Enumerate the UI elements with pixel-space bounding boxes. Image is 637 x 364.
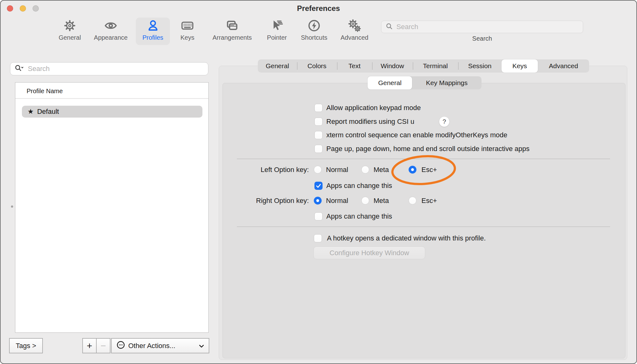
tags-button[interactable]: Tags > [9,338,43,353]
profile-list-header: Profile Name [27,88,63,95]
checkbox-application-keypad[interactable] [314,104,323,112]
chevron-down-icon [199,342,204,350]
ellipsis-circle-icon [116,340,125,351]
toolbar-item-keys[interactable]: Keys [175,18,200,45]
toolbar-label: Shortcuts [301,34,327,41]
gear-icon [63,18,76,34]
tab-text[interactable]: Text [337,59,372,73]
toolbar-label: Keys [181,34,194,41]
toolbar-label: Arrangements [212,34,252,41]
person-icon [146,18,160,34]
right-option-key-label: Right Option key: [220,197,309,205]
profile-search-field[interactable] [10,62,208,75]
checkbox-left-apps-can-change[interactable] [314,182,323,190]
toolbar-item-shortcuts[interactable]: Shortcuts [295,18,333,45]
toolbar-label: General [59,34,81,41]
toolbar-item-profiles[interactable]: Profiles [136,18,170,45]
checkbox-label: Page up, page down, home and end scroll … [326,145,529,153]
keys-subtabbar: General Key Mappings [368,76,482,89]
profile-search-input[interactable] [27,64,190,73]
separator [237,226,610,227]
checkbox-label: A hotkey opens a dedicated window with t… [327,234,486,242]
checkbox-csi-u[interactable] [314,118,323,126]
minus-icon: − [100,341,106,351]
radio-right-normal[interactable] [314,197,322,205]
checkbox-hotkey-window[interactable] [314,234,322,242]
remove-profile-button[interactable]: − [96,338,110,353]
checkbox-right-apps-can-change[interactable] [314,212,323,220]
radio-label: Esc+ [421,166,437,174]
subtab-key-mappings[interactable]: Key Mappings [412,76,482,89]
cursor-icon [270,18,283,34]
eye-icon [104,18,117,34]
plus-icon: + [87,341,92,351]
toolbar-search-input[interactable] [396,23,571,31]
tab-session[interactable]: Session [458,59,502,73]
star-icon: ★ [28,108,34,116]
separator [237,159,610,159]
radio-left-esc[interactable] [409,166,416,174]
checkbox-label: Allow application keypad mode [326,104,421,112]
divider [15,98,208,99]
profile-list: Profile Name ★ Default [15,82,209,333]
checkbox-label: Apps can change this [326,212,392,220]
checkbox-label: xterm control sequence can enable modify… [326,131,507,139]
tab-colors[interactable]: Colors [297,59,337,73]
preferences-window: Preferences General Appearance [0,0,637,364]
lightning-icon [308,18,321,34]
radio-left-normal[interactable] [314,166,322,174]
toolbar-label: Profiles [142,34,163,41]
gears-icon [348,18,361,34]
left-option-key-label: Left Option key: [220,166,309,174]
tab-advanced[interactable]: Advanced [538,59,589,73]
help-button[interactable]: ? [439,116,450,127]
radio-label: Meta [374,197,389,205]
radio-right-meta[interactable] [361,197,369,205]
toolbar-item-appearance[interactable]: Appearance [90,18,131,45]
tab-window[interactable]: Window [372,59,413,73]
checkbox-label: Report modifiers using CSI u [326,118,414,126]
toolbar-label: Pointer [267,34,287,41]
search-menu-icon [14,64,25,73]
checkbox-scroll-outside-apps[interactable] [314,145,323,153]
tab-general[interactable]: General [258,59,297,73]
radio-label: Normal [326,197,348,205]
windows-icon [225,18,239,34]
radio-right-esc[interactable] [409,197,416,205]
checkbox-modify-other-keys[interactable] [314,131,323,139]
toolbar-label: Appearance [94,34,128,41]
subtab-general[interactable]: General [368,76,412,89]
search-icon [385,22,393,32]
other-actions-label: Other Actions... [128,342,175,350]
edge-dot-artifact [11,205,13,208]
toolbar-search-field[interactable] [381,21,583,33]
toolbar-item-pointer[interactable]: Pointer [261,18,293,45]
other-actions-dropdown[interactable]: Other Actions... [111,338,209,353]
toolbar-item-general[interactable]: General [54,18,85,45]
configure-hotkey-window-button[interactable]: Configure Hotkey Window [313,246,425,259]
window-title: Preferences [1,4,636,13]
toolbar-item-arrangements[interactable]: Arrangements [207,18,257,45]
toolbar-item-advanced[interactable]: Advanced [336,18,373,45]
radio-label: Esc+ [421,197,437,205]
radio-label: Meta [374,166,389,174]
toolbar-search-caption: Search [381,35,583,42]
profile-row-default[interactable]: ★ Default [22,106,202,118]
add-profile-button[interactable]: + [82,338,97,353]
toolbar-label: Advanced [341,34,369,41]
keys-general-panel [222,83,625,358]
tab-terminal[interactable]: Terminal [413,59,458,73]
profile-section-tabbar: General Colors Text Window Terminal Sess… [258,59,589,73]
keyboard-icon [181,18,194,34]
profile-name: Default [37,108,59,116]
radio-left-meta[interactable] [361,166,369,174]
tab-keys[interactable]: Keys [502,59,538,73]
checkbox-label: Apps can change this [326,182,392,190]
radio-label: Normal [326,166,348,174]
